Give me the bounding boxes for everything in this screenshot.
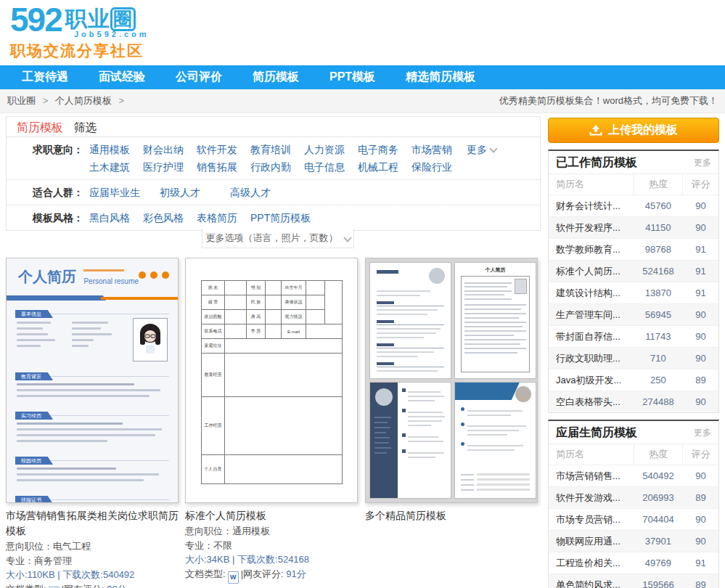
breadcrumb-current[interactable]: 个人简历模板 bbox=[55, 95, 112, 106]
filter-option[interactable]: 高级人才 bbox=[230, 184, 300, 201]
filter-option[interactable]: 黑白风格 bbox=[89, 209, 143, 226]
thumb1-photo bbox=[133, 318, 168, 362]
filter-label: 求职意向： bbox=[7, 141, 83, 176]
section-title: 已工作简历模板 bbox=[556, 155, 637, 171]
breadcrumb-bar: 职业圈 > 个人简历模板 > 优秀精美简历模板集合！word格式，均可免费下载！ bbox=[0, 89, 725, 113]
filter-option[interactable]: 土木建筑 bbox=[89, 158, 143, 176]
resume-thumbnail-2[interactable]: 姓 名性 别出生年月 籍 贯民 族身体状况 政治面貌身 高视力情况 联系电话学 … bbox=[185, 258, 358, 503]
table-row[interactable]: 工程造价相关...4976991 bbox=[549, 552, 718, 574]
panel-title: 简历模板 bbox=[17, 121, 63, 134]
filter-option[interactable]: PPT简历模板 bbox=[250, 209, 311, 226]
upload-icon bbox=[589, 125, 602, 136]
filter-option[interactable]: 彩色风格 bbox=[143, 209, 197, 226]
mini-table-outline bbox=[461, 276, 530, 372]
filter-option[interactable]: 市场营销 bbox=[411, 141, 452, 158]
filter-option[interactable]: 初级人才 bbox=[160, 184, 230, 201]
filter-option[interactable]: 保险行业 bbox=[411, 158, 452, 176]
more-link[interactable]: 更多 bbox=[694, 157, 711, 169]
nav-item-salary[interactable]: 工资待遇 bbox=[22, 70, 68, 85]
nav-item-company[interactable]: 公司评价 bbox=[176, 70, 222, 85]
mini-resume-bottom-right bbox=[454, 382, 536, 499]
table-row[interactable]: 行政文职助理...71090 bbox=[549, 348, 718, 369]
filter-option[interactable]: 人力资源 bbox=[304, 141, 358, 158]
upload-template-button[interactable]: 上传我的模板 bbox=[548, 118, 719, 143]
filter-label: 模板风格： bbox=[7, 209, 83, 226]
filter-option[interactable]: 表格简历 bbox=[197, 209, 250, 226]
nav-item-resume[interactable]: 简历模板 bbox=[253, 70, 299, 85]
table-row[interactable]: 建筑设计结构...1387091 bbox=[549, 282, 718, 304]
resume-thumbnail-1[interactable]: 个人简历 Personal resume 基本信息 bbox=[6, 258, 179, 503]
worked-resume-section: 已工作简历模板 更多 简历名 热度 评分 财务会计统计...4576090 软件… bbox=[548, 150, 719, 413]
avatar-girl-illustration bbox=[136, 321, 165, 359]
table-row[interactable]: 软件开发程序...4115090 bbox=[549, 217, 718, 239]
card-caption: 市场营销销售拓展类相关岗位求职简历模板 意向职位：电气工程 专业：商务管理 大小… bbox=[6, 508, 179, 588]
filter-option[interactable]: 电子商务 bbox=[358, 141, 411, 158]
filter-option[interactable]: 教育培训 bbox=[250, 141, 304, 158]
nav-item-ppt[interactable]: PPT模板 bbox=[329, 70, 375, 85]
card-title[interactable]: 多个精品简历模板 bbox=[365, 508, 538, 523]
card-caption: 多个精品简历模板 bbox=[365, 508, 538, 523]
avatar bbox=[515, 279, 527, 294]
table-row[interactable]: 市场专员营销...70440490 bbox=[549, 509, 718, 531]
column-header-score: 评分 bbox=[683, 444, 718, 465]
thumb1-section-skills: 技能证书 bbox=[15, 491, 169, 503]
mini-resume-bottom-left bbox=[369, 382, 451, 499]
mini-resume-top-right: 个人简历 bbox=[454, 262, 536, 379]
mini-skill-bars bbox=[461, 470, 530, 494]
table-row[interactable]: 物联网应用通...3790190 bbox=[549, 531, 718, 552]
thumb1-subtitle-block: Personal resume bbox=[83, 268, 139, 287]
filter-row-audience: 适合人群： 应届毕业生 初级人才 高级人才 bbox=[7, 179, 540, 205]
column-header-name: 简历名 bbox=[549, 444, 634, 465]
card-title[interactable]: 标准个人简历模板 bbox=[185, 508, 358, 523]
thumb1-subtitle: Personal resume bbox=[83, 277, 139, 285]
breadcrumb: 职业圈 > 个人简历模板 > bbox=[7, 94, 128, 107]
column-header-heat: 热度 bbox=[634, 444, 683, 465]
filter-option[interactable]: 通用模板 bbox=[89, 141, 143, 158]
thumb1-section-campus: 校园经历 bbox=[15, 452, 169, 486]
card-title[interactable]: 市场营销销售拓展类相关岗位求职简历模板 bbox=[6, 508, 179, 539]
filter-row-style: 模板风格： 黑白风格 彩色风格 表格简历 PPT简历模板 bbox=[7, 205, 540, 230]
resume-card-2: 姓 名性 别出生年月 籍 贯民 族身体状况 政治面貌身 高视力情况 联系电话学 … bbox=[185, 258, 358, 584]
filter-option[interactable]: 机械工程 bbox=[358, 158, 411, 176]
decorative-dots bbox=[134, 269, 169, 282]
filter-panel-header: 简历模板 筛选 bbox=[7, 117, 540, 137]
table-row[interactable]: 财务会计统计...4576090 bbox=[549, 195, 718, 217]
main-nav: 工资待遇 面试经验 公司评价 简历模板 PPT模板 精选简历模板 bbox=[0, 65, 725, 89]
table-row[interactable]: 带封面自荐信...1174390 bbox=[549, 326, 718, 348]
filter-option[interactable]: 销售拓展 bbox=[197, 158, 250, 176]
chevron-down-icon bbox=[489, 144, 497, 152]
nav-item-featured[interactable]: 精选简历模板 bbox=[406, 70, 475, 85]
mini-resume-top-left bbox=[369, 262, 451, 379]
table-row[interactable]: 生产管理车间...5694590 bbox=[549, 304, 718, 326]
more-options-tab[interactable]: 更多选项（语言，照片，页数） bbox=[202, 229, 354, 248]
table-row[interactable]: 数学教师教育...9876891 bbox=[549, 239, 718, 261]
table-row[interactable]: 市场营销销售...54049290 bbox=[549, 465, 718, 487]
promo-text: 优秀精美简历模板集合！word格式，均可免费下载！ bbox=[499, 94, 718, 107]
filter-option[interactable]: 行政内勤 bbox=[250, 158, 304, 176]
table-row[interactable]: 软件开发游戏...20699389 bbox=[549, 487, 718, 509]
resume-card-3: 个人简历 bbox=[365, 258, 538, 524]
table-row[interactable]: 单色简约风求...15956689 bbox=[549, 574, 718, 588]
filter-option[interactable]: 医疗护理 bbox=[143, 158, 197, 176]
site-logo[interactable]: 592 职业圈 Job592.com 职场交流分享社区 bbox=[10, 3, 149, 61]
filter-option[interactable]: 财会出纳 bbox=[143, 141, 197, 158]
table-row[interactable]: 空白表格带头...27448890 bbox=[549, 391, 718, 413]
filter-option[interactable]: 电子信息 bbox=[304, 158, 358, 176]
more-link[interactable]: 更多 bbox=[694, 427, 711, 439]
breadcrumb-home[interactable]: 职业圈 bbox=[7, 95, 36, 106]
table-row[interactable]: 标准个人简历...52416891 bbox=[549, 261, 718, 282]
logo-number: 592 bbox=[10, 3, 62, 36]
upload-button-label: 上传我的模板 bbox=[608, 123, 678, 138]
table-row[interactable]: Java初级开发...25089 bbox=[549, 369, 718, 391]
filter-option[interactable]: 软件开发 bbox=[197, 141, 250, 158]
nav-item-interview[interactable]: 面试经验 bbox=[99, 70, 145, 85]
filter-option[interactable]: 应届毕业生 bbox=[89, 184, 160, 201]
breadcrumb-separator: > bbox=[118, 95, 124, 106]
filter-label: 适合人群： bbox=[7, 184, 83, 201]
filter-panel: 简历模板 筛选 求职意向： 通用模板 财会出纳 软件开发 教育培训 人力资源 电… bbox=[6, 116, 541, 231]
resume-thumbnail-3[interactable]: 个人简历 bbox=[365, 258, 538, 503]
graduate-resume-section: 应届生简历模板 更多 简历名 热度 评分 市场营销销售...54049290 软… bbox=[548, 420, 719, 588]
thumb1-header: 个人简历 Personal resume bbox=[7, 258, 178, 292]
more-intents-link[interactable]: 更多 bbox=[467, 141, 496, 158]
avatar bbox=[515, 386, 531, 402]
